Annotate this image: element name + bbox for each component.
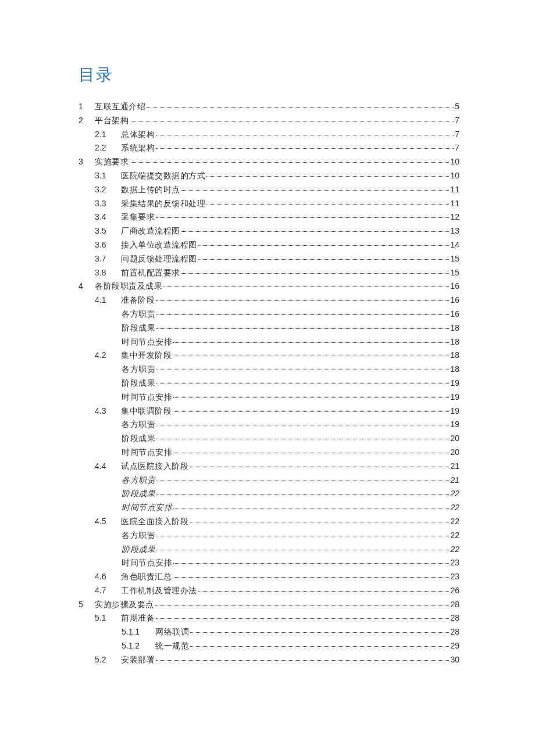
toc-entry[interactable]: 2平台架构7 [79, 114, 459, 128]
toc-entry-title: 医院端提交数据的方式 [121, 169, 205, 183]
toc-leader-dots [190, 646, 449, 647]
toc-entry-title: 阶段成果 [122, 487, 155, 501]
toc-entry[interactable]: 5.1.2统一规范29 [79, 639, 459, 653]
toc-entry-title: 工作机制及管理办法 [121, 584, 197, 598]
toc-entry[interactable]: 5.2安装部署30 [79, 653, 459, 667]
toc-leader-dots [206, 204, 449, 205]
toc-entry[interactable]: 3.2数据上传的时点11 [79, 183, 459, 197]
toc-entry[interactable]: 3.3采集结果的反馈和处理11 [79, 197, 459, 211]
toc-entry-page: 28 [450, 625, 459, 639]
toc-entry[interactable]: 4.6角色职责汇总23 [79, 570, 459, 584]
toc-entry-number: 5.1 [95, 611, 121, 625]
toc-entry-title: 各方职责 [122, 529, 155, 543]
toc-entry[interactable]: 各方职责21 [79, 474, 459, 488]
toc-leader-dots [173, 563, 449, 564]
toc-entry[interactable]: 3.8前置机配置要求15 [79, 266, 459, 280]
toc-entry-title: 试点医院接入阶段 [121, 460, 188, 474]
toc-entry[interactable]: 4.3集中联调阶段19 [79, 404, 459, 418]
toc-entry[interactable]: 各方职责22 [79, 529, 459, 543]
toc-leader-dots [130, 162, 449, 163]
toc-entry[interactable]: 各方职责18 [79, 363, 459, 377]
toc-entry-number: 4.1 [95, 293, 121, 307]
toc-entry-title: 阶段成果 [122, 543, 155, 557]
toc-entry-title: 平台架构 [95, 114, 129, 128]
toc-entry-title: 厂商改造流程图 [121, 224, 180, 238]
toc-entry-title: 采集结果的反馈和处理 [121, 197, 205, 211]
toc-entry-number: 5.2 [95, 653, 121, 667]
toc-leader-dots [156, 536, 449, 536]
toc-entry[interactable]: 4.1准备阶段16 [79, 293, 459, 307]
toc-leader-dots [156, 314, 449, 315]
toc-leader-dots [181, 231, 450, 232]
toc-leader-dots [156, 494, 449, 495]
toc-list: 1互联互通介绍52平台架构72.1总体架构72.2系统架构73实施要求103.1… [79, 100, 459, 667]
toc-leader-dots [156, 384, 449, 384]
toc-entry[interactable]: 3.4采集要求12 [79, 210, 459, 224]
toc-entry[interactable]: 阶段成果22 [79, 543, 459, 557]
toc-leader-dots [173, 356, 449, 356]
toc-entry-title: 时间节点安排 [122, 556, 172, 570]
toc-entry-title: 时间节点安排 [122, 446, 172, 460]
toc-entry-page: 19 [450, 404, 459, 418]
toc-entry-number: 4.6 [95, 570, 121, 584]
toc-entry[interactable]: 阶段成果22 [79, 487, 459, 501]
toc-entry[interactable]: 时间节点安排23 [79, 556, 459, 570]
toc-entry-number: 4.2 [95, 349, 121, 363]
toc-leader-dots [156, 135, 454, 135]
toc-entry[interactable]: 2.2系统架构7 [79, 141, 459, 155]
toc-entry[interactable]: 4.4试点医院接入阶段21 [79, 460, 459, 474]
toc-entry[interactable]: 阶段成果18 [79, 321, 459, 335]
toc-entry[interactable]: 4.7工作机制及管理办法26 [79, 584, 459, 598]
toc-entry-number: 3.5 [95, 224, 121, 238]
toc-entry-title: 实施步骤及要点 [95, 598, 154, 612]
toc-entry[interactable]: 5.1前期准备28 [79, 611, 459, 625]
toc-entry[interactable]: 时间节点安排22 [79, 501, 459, 515]
toc-entry[interactable]: 时间节点安排18 [79, 335, 459, 349]
toc-entry-page: 28 [450, 611, 459, 625]
toc-entry[interactable]: 3.6接入单位改造流程图14 [79, 238, 459, 252]
toc-entry-number: 4.3 [95, 404, 121, 418]
toc-leader-dots [173, 577, 449, 578]
toc-leader-dots [173, 411, 449, 412]
toc-entry[interactable]: 3.1医院端提交数据的方式10 [79, 169, 459, 183]
toc-leader-dots [156, 550, 449, 550]
toc-entry-page: 28 [450, 598, 459, 612]
toc-entry[interactable]: 1互联互通介绍5 [79, 100, 459, 114]
toc-entry[interactable]: 各方职责16 [79, 307, 459, 321]
toc-entry-number: 4.4 [95, 460, 121, 474]
toc-entry-page: 5 [455, 100, 459, 114]
toc-entry-title: 前期准备 [121, 611, 155, 625]
toc-entry[interactable]: 5实施步骤及要点28 [79, 598, 459, 612]
toc-entry-title: 各方职责 [122, 418, 155, 432]
toc-entry[interactable]: 3实施要求10 [79, 155, 459, 169]
toc-entry[interactable]: 5.1.1网络联调28 [79, 625, 459, 639]
toc-entry-page: 10 [450, 169, 459, 183]
toc-entry[interactable]: 4.2集中开发阶段18 [79, 349, 459, 363]
toc-entry-page: 15 [450, 252, 459, 266]
toc-entry[interactable]: 3.7问题反馈处理流程图15 [79, 252, 459, 266]
toc-entry-title: 数据上传的时点 [121, 183, 180, 197]
toc-leader-dots [173, 342, 449, 343]
toc-entry[interactable]: 4.5医院全面接入阶段22 [79, 515, 459, 529]
toc-entry[interactable]: 2.1总体架构7 [79, 128, 459, 142]
toc-entry[interactable]: 阶段成果20 [79, 432, 459, 446]
toc-entry-page: 18 [450, 335, 459, 349]
toc-entry[interactable]: 时间节点安排20 [79, 446, 459, 460]
toc-entry[interactable]: 3.5厂商改造流程图13 [79, 224, 459, 238]
toc-entry[interactable]: 时间节点安排19 [79, 390, 459, 404]
toc-entry-page: 16 [450, 293, 459, 307]
toc-entry-page: 20 [450, 446, 459, 460]
toc-entry-page: 19 [450, 418, 459, 432]
toc-entry[interactable]: 4各阶段职责及成果16 [79, 280, 459, 293]
toc-entry-number: 3.3 [95, 197, 121, 211]
toc-entry-page: 16 [450, 280, 459, 293]
toc-entry[interactable]: 各方职责19 [79, 418, 459, 432]
toc-leader-dots [181, 190, 450, 191]
toc-entry-page: 19 [450, 390, 459, 404]
toc-entry-page: 19 [450, 377, 459, 390]
toc-entry[interactable]: 阶段成果19 [79, 377, 459, 390]
toc-entry-title: 阶段成果 [122, 432, 155, 446]
toc-entry-title: 时间节点安排 [122, 390, 172, 404]
toc-leader-dots [156, 148, 454, 149]
toc-entry-title: 阶段成果 [122, 321, 155, 335]
